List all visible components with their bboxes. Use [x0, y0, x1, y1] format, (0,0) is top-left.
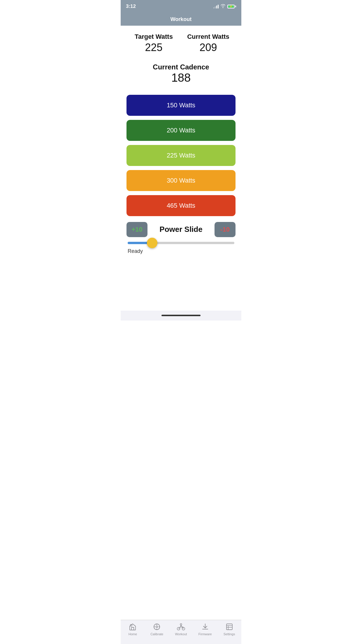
- cadence-block: Current Cadence 188: [126, 63, 236, 84]
- status-icons: ⚡: [213, 4, 236, 9]
- current-watts-value: 209: [181, 41, 236, 54]
- watt-buttons-container: 150 Watts 200 Watts 225 Watts 300 Watts …: [126, 95, 236, 216]
- power-slider[interactable]: [128, 242, 234, 244]
- target-watts-block: Target Watts 225: [126, 33, 181, 54]
- minus-ten-button[interactable]: -10: [215, 222, 236, 237]
- page-title: Workout: [171, 16, 192, 22]
- slider-container: [126, 240, 236, 245]
- cadence-label: Current Cadence: [126, 63, 236, 71]
- home-indicator: [161, 315, 201, 316]
- main-content: Target Watts 225 Current Watts 209 Curre…: [121, 26, 241, 286]
- current-watts-label: Current Watts: [181, 33, 236, 41]
- power-slide-header: +10 Power Slide -10: [126, 222, 236, 237]
- bottom-bar: [121, 311, 241, 321]
- power-slide-section: +10 Power Slide -10 Ready: [126, 222, 236, 257]
- watt-button-225[interactable]: 225 Watts: [126, 145, 236, 166]
- power-slide-title: Power Slide: [147, 225, 215, 234]
- watt-button-150[interactable]: 150 Watts: [126, 95, 236, 116]
- status-text: Ready: [126, 248, 236, 254]
- nav-header: Workout: [121, 13, 241, 26]
- battery-icon: ⚡: [227, 5, 236, 8]
- watt-button-300[interactable]: 300 Watts: [126, 170, 236, 191]
- cadence-value: 188: [126, 71, 236, 84]
- status-time: 3:12: [126, 4, 136, 9]
- current-watts-block: Current Watts 209: [181, 33, 236, 54]
- plus-ten-button[interactable]: +10: [126, 222, 147, 237]
- stats-row: Target Watts 225 Current Watts 209: [126, 33, 236, 54]
- watt-button-465[interactable]: 465 Watts: [126, 195, 236, 216]
- target-watts-label: Target Watts: [126, 33, 181, 41]
- status-bar: 3:12 ⚡: [121, 0, 241, 13]
- signal-icon: [213, 4, 219, 8]
- target-watts-value: 225: [126, 41, 181, 54]
- watt-button-200[interactable]: 200 Watts: [126, 120, 236, 141]
- wifi-icon: [220, 4, 226, 9]
